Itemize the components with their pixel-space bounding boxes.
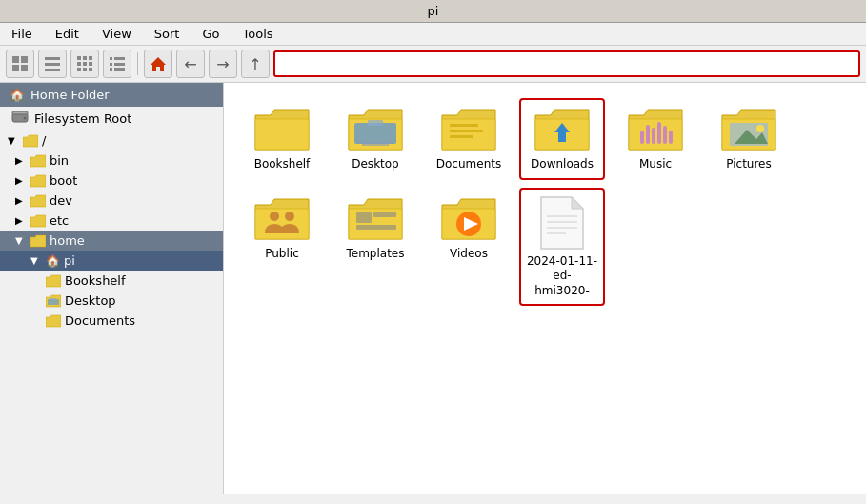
svg-rect-1 [21,56,28,63]
svg-marker-22 [151,57,166,71]
videos-folder-icon [440,195,497,243]
file-bookshelf[interactable]: Bookshelf [239,98,325,180]
file-public[interactable]: Public [239,188,325,307]
svg-rect-48 [356,225,396,230]
folder-icon-dev [30,194,46,208]
folder-icon-home [30,234,46,248]
expand-home: ▼ [15,235,27,246]
address-bar[interactable]: /home/pi [273,50,860,77]
svg-rect-6 [45,69,60,71]
tree-boot[interactable]: ▶ boot [0,171,223,191]
sidebar-home-header[interactable]: 🏠 Home Folder [0,83,223,107]
svg-rect-10 [77,62,81,66]
file-documents[interactable]: Documents [426,98,512,180]
file-pictures[interactable]: Pictures [706,98,792,180]
home-folder-label: Home Folder [30,88,110,102]
tree-dev-label: dev [50,193,72,208]
compact-view-btn[interactable] [38,50,67,78]
public-folder-icon [253,195,311,243]
svg-rect-33 [450,135,473,138]
thumbnail-view-btn[interactable] [6,50,34,78]
back-btn[interactable]: ← [176,50,205,78]
tree-bin-label: bin [50,153,69,168]
up-btn[interactable]: ↑ [241,50,270,78]
tree-pi[interactable]: ▼ 🏠 pi [0,251,223,271]
svg-rect-37 [652,128,655,144]
downloads-label: Downloads [531,157,594,172]
tree-bookshelf-label: Bookshelf [65,273,126,288]
tree-root[interactable]: ▼ / [0,131,223,151]
folder-icon-etc [30,214,46,228]
file-music[interactable]: Music [613,98,698,180]
svg-rect-7 [77,56,81,60]
list-view-btn[interactable] [103,50,131,78]
tree-desktop[interactable]: Desktop [0,291,223,311]
folder-icon-root [23,134,38,148]
svg-rect-46 [356,212,372,223]
svg-rect-18 [110,63,112,66]
svg-rect-17 [114,57,125,60]
document-file-label: 2024-01-11-ed-hmi3020- [527,254,597,299]
svg-rect-31 [450,124,478,127]
svg-rect-36 [646,125,650,144]
menu-view[interactable]: View [96,25,137,43]
tree-bookshelf[interactable]: Bookshelf [0,271,223,291]
svg-rect-27 [50,298,56,300]
window-title: pi [428,4,439,18]
svg-rect-11 [83,62,87,66]
svg-rect-32 [450,130,483,132]
tree-documents-label: Documents [65,313,135,328]
menu-edit[interactable]: Edit [50,25,85,43]
file-templates[interactable]: Templates [332,188,418,307]
tree-pi-label: pi [64,253,75,268]
folder-icon-documents [46,314,61,328]
svg-rect-28 [354,123,396,144]
file-downloads[interactable]: Downloads [519,98,605,180]
expand-bin: ▶ [15,155,27,166]
tree-dev[interactable]: ▶ dev [0,191,223,211]
svg-rect-8 [83,56,87,60]
menu-tools[interactable]: Tools [237,25,279,43]
menu-file[interactable]: File [6,25,38,43]
svg-rect-38 [657,122,661,144]
svg-rect-15 [89,68,92,71]
documents-label: Documents [436,157,501,172]
home-icon: 🏠 [10,88,25,102]
tree-documents[interactable]: Documents [0,311,223,331]
svg-rect-29 [368,120,383,126]
svg-point-43 [756,125,764,132]
svg-rect-19 [114,63,125,66]
svg-rect-0 [12,56,19,63]
svg-rect-16 [110,57,112,60]
expand-dev: ▶ [15,195,27,206]
forward-btn[interactable]: → [209,50,237,78]
menu-go[interactable]: Go [196,25,225,43]
icon-view-btn[interactable] [70,50,99,78]
tree-desktop-label: Desktop [65,293,116,308]
svg-rect-40 [669,131,673,144]
document-file-icon [537,195,587,251]
tree-home[interactable]: ▼ home [0,231,223,251]
public-label: Public [265,247,299,262]
expand-pi: ▼ [30,255,42,266]
tree-etc[interactable]: ▶ etc [0,211,223,231]
home-btn[interactable] [144,50,172,78]
sidebar-filesystem-root[interactable]: Filesystem Root [0,107,223,131]
tree-root-label: / [42,133,46,148]
tree-bin[interactable]: ▶ bin [0,151,223,171]
desktop-label: Desktop [352,157,399,172]
file-videos[interactable]: Videos [426,188,512,307]
file-document[interactable]: 2024-01-11-ed-hmi3020- [519,188,605,307]
file-desktop[interactable]: Desktop [332,98,418,180]
separator-1 [137,52,138,75]
toolbar: ← → ↑ /home/pi [0,46,866,83]
videos-label: Videos [450,247,488,262]
menu-sort[interactable]: Sort [149,25,186,43]
svg-rect-30 [362,142,389,146]
desktop-folder-icon [347,106,404,153]
expand-root: ▼ [8,135,19,146]
svg-point-45 [285,212,294,221]
svg-rect-3 [21,65,28,71]
expand-boot: ▶ [15,175,27,186]
folder-icon-desktop [46,294,61,308]
